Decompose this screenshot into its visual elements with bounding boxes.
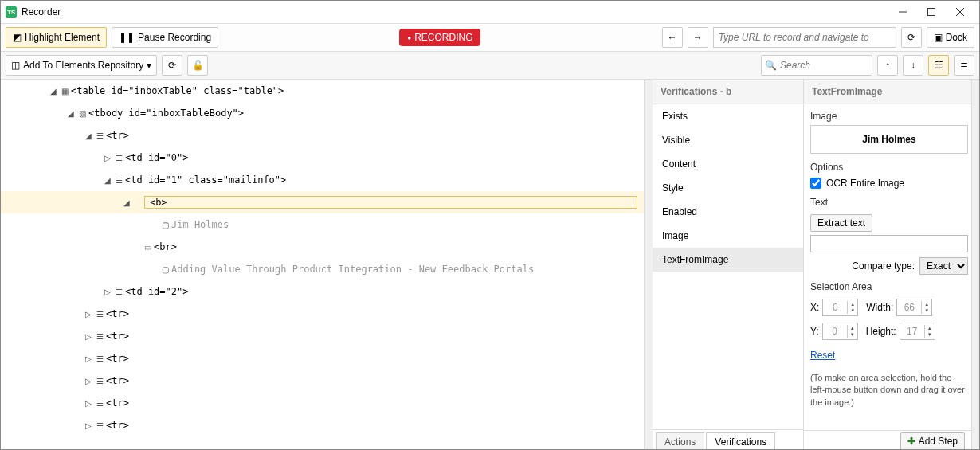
element-icon: ▧ (76, 108, 88, 119)
verification-visible[interactable]: Visible (653, 128, 803, 152)
reload-button[interactable]: ⟳ (901, 27, 922, 48)
spin-down-icon[interactable]: ▼ (921, 307, 931, 314)
y-stepper[interactable]: ▲▼ (822, 323, 858, 340)
search-input[interactable] (777, 60, 868, 71)
close-button[interactable] (946, 2, 974, 22)
collapse-icon[interactable]: ◢ (84, 131, 93, 140)
tree-icon: ☷ (935, 60, 943, 71)
y-input[interactable] (823, 326, 847, 337)
extract-text-button[interactable]: Extract text (810, 214, 872, 232)
selection-area-label: Selection Area (810, 280, 968, 295)
tree-row-b-selected[interactable]: ◢ <b> (1, 191, 644, 213)
spin-down-icon[interactable]: ▼ (847, 307, 857, 314)
tree-label: <tr> (106, 331, 129, 342)
x-input[interactable] (823, 302, 847, 313)
extracted-text-input[interactable] (810, 235, 968, 252)
expand-icon[interactable]: ▷ (84, 421, 93, 430)
y-label: Y: (810, 326, 819, 337)
verification-image[interactable]: Image (653, 224, 803, 248)
nav-back-button[interactable]: ← (662, 27, 683, 48)
tree-row-text-jim[interactable]: ▢ Jim Holmes (1, 213, 644, 236)
height-input[interactable] (900, 326, 924, 337)
height-stepper[interactable]: ▲▼ (900, 323, 935, 340)
tree-row-tr[interactable]: ▷ ☰ <tr> (1, 370, 644, 392)
vertical-scrollbar[interactable] (645, 80, 653, 450)
expand-icon[interactable]: ▷ (84, 399, 93, 408)
tree-row-text-adding[interactable]: ▢ Adding Value Through Product Integrati… (1, 258, 644, 280)
tree-row-tr[interactable]: ▷ ☰ <tr> (1, 303, 644, 325)
url-input[interactable] (713, 27, 896, 48)
tree-row-tr[interactable]: ▷ ☰ <tr> (1, 325, 644, 347)
tree-row-td2[interactable]: ▷ ☰ <td id="2"> (1, 280, 644, 303)
list-view-button[interactable]: ≣ (954, 55, 974, 76)
search-next-button[interactable]: ↓ (903, 55, 923, 76)
options-section-label: Options (810, 160, 968, 176)
height-label: Height: (866, 326, 896, 337)
ocr-entire-image-checkbox[interactable] (810, 178, 821, 189)
expand-icon[interactable]: ▷ (84, 354, 93, 363)
minimize-button[interactable] (888, 2, 917, 22)
width-input[interactable] (897, 302, 921, 313)
collapse-icon[interactable]: ◢ (49, 87, 58, 96)
x-stepper[interactable]: ▲▼ (822, 299, 858, 316)
tree-row-tbody[interactable]: ◢ ▧ <tbody id="inboxTableBody"> (1, 102, 644, 124)
search-box[interactable]: 🔍 (761, 55, 872, 76)
expand-icon[interactable]: ▷ (84, 377, 93, 385)
tree-row-table[interactable]: ◢ ▦ <table id="inboxTable" class="table"… (1, 80, 644, 102)
tab-verifications[interactable]: Verifications (706, 432, 775, 450)
expand-icon[interactable]: ▷ (103, 288, 112, 296)
dock-button[interactable]: ▣ Dock (927, 27, 974, 48)
tree-view-button[interactable]: ☷ (928, 55, 949, 76)
app-icon: TS (6, 6, 17, 18)
cell-icon: ☰ (112, 174, 125, 186)
verification-exists[interactable]: Exists (653, 104, 803, 128)
spin-down-icon[interactable]: ▼ (924, 331, 935, 338)
reset-link[interactable]: Reset (810, 350, 835, 361)
maximize-button[interactable] (917, 2, 946, 22)
add-step-button[interactable]: ✚ Add Step (900, 432, 965, 450)
bottom-tabs: Actions Verifications (653, 429, 803, 450)
collapse-icon[interactable]: ◢ (122, 198, 131, 207)
expand-icon[interactable]: ▷ (84, 332, 93, 341)
add-repo-label: Add To Elements Repository (23, 60, 143, 71)
expand-icon[interactable]: ▷ (84, 310, 93, 319)
search-prev-button[interactable]: ↑ (877, 55, 898, 76)
verification-textfromimage[interactable]: TextFromImage (653, 248, 803, 272)
collapse-icon[interactable]: ◢ (66, 109, 76, 118)
nav-forward-button[interactable]: → (688, 27, 708, 48)
verification-content[interactable]: Content (653, 152, 803, 176)
width-stepper[interactable]: ▲▼ (896, 299, 932, 316)
refresh-tree-button[interactable]: ⟳ (162, 55, 182, 76)
tree-row-tr[interactable]: ▷ ☰ <tr> (1, 392, 644, 414)
lock-button[interactable]: 🔓 (187, 55, 208, 76)
tree-row-br[interactable]: ▭ <br> (1, 236, 644, 258)
properties-scroll[interactable]: Image Jim Holmes Options OCR Entire Imag… (804, 104, 971, 430)
row-icon: ☰ (93, 353, 106, 364)
tree-row-tr[interactable]: ▷ ☰ <tr> (1, 414, 644, 436)
collapse-icon[interactable]: ◢ (103, 176, 112, 185)
highlight-element-button[interactable]: ◩ Highlight Element (6, 27, 107, 48)
compare-type-select[interactable]: Exact (919, 257, 968, 275)
verification-enabled[interactable]: Enabled (653, 200, 803, 224)
tree-label: <td id="2"> (125, 286, 188, 297)
tree-row-td0[interactable]: ▷ ☰ <td id="0"> (1, 147, 644, 169)
tree-label: <td id="0"> (125, 152, 188, 163)
pause-recording-button[interactable]: ❚❚ Pause Recording (112, 27, 218, 48)
vertical-scrollbar[interactable] (971, 80, 979, 450)
verification-style[interactable]: Style (653, 176, 803, 200)
spin-down-icon[interactable]: ▼ (847, 331, 857, 338)
spin-up-icon[interactable]: ▲ (847, 301, 857, 307)
x-label: X: (810, 302, 819, 313)
spin-up-icon[interactable]: ▲ (847, 325, 857, 331)
dom-tree-pane[interactable]: ◢ ▦ <table id="inboxTable" class="table"… (1, 80, 645, 450)
spin-up-icon[interactable]: ▲ (924, 325, 935, 331)
tree-row-tr[interactable]: ▷ ☰ <tr> (1, 347, 644, 370)
ocr-checkbox-label: OCR Entire Image (826, 178, 904, 189)
tree-row-tr[interactable]: ◢ ☰ <tr> (1, 124, 644, 147)
tree-row-td1[interactable]: ◢ ☰ <td id="1" class="mailinfo"> (1, 169, 644, 191)
spin-up-icon[interactable]: ▲ (921, 301, 931, 307)
expand-icon[interactable]: ▷ (103, 154, 112, 162)
width-label: Width: (866, 302, 893, 313)
tab-actions[interactable]: Actions (656, 432, 704, 450)
add-to-repository-dropdown[interactable]: ◫ Add To Elements Repository ▾ (6, 55, 157, 76)
